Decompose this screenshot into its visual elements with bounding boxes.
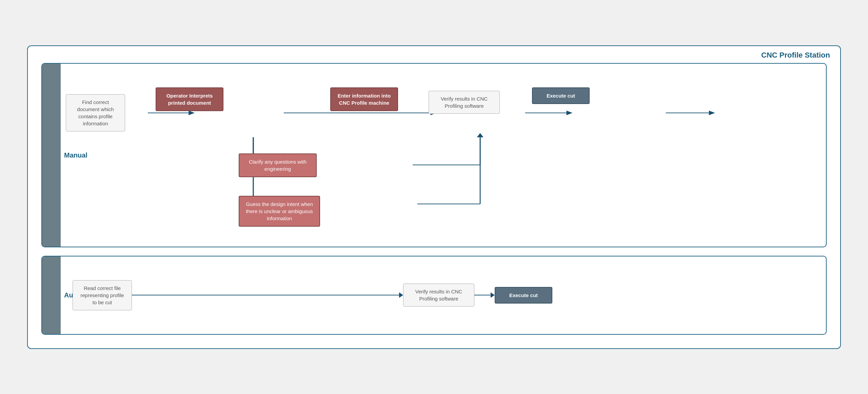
execute-auto-box: Execute cut [495, 287, 552, 304]
automatic-section: Automatic Read correct file representing… [41, 256, 827, 335]
main-container: CNC Profile Station Manual [27, 45, 841, 349]
manual-flow: Find correct document which contains pro… [66, 74, 816, 236]
enter-info-box: Enter information into CNC Profile machi… [330, 87, 398, 111]
svg-marker-7 [709, 110, 715, 115]
guess-box: Guess the design intent when there is un… [239, 196, 320, 227]
verify-auto-box: Verify results in CNC Profiling software [403, 284, 474, 307]
read-file-box: Read correct file representing profile t… [73, 280, 132, 310]
svg-marker-17 [477, 133, 483, 137]
manual-bar [42, 64, 61, 247]
find-doc-box: Find correct document which contains pro… [66, 94, 125, 131]
automatic-bar [42, 256, 61, 334]
svg-marker-5 [567, 110, 573, 115]
operator-box: Operator Interprets printed document [156, 87, 223, 111]
manual-section: Manual [41, 63, 827, 247]
page-title: CNC Profile Station [761, 51, 830, 60]
svg-marker-1 [189, 110, 195, 115]
auto-arrow-2 [474, 292, 495, 298]
execute-manual-box: Execute cut [532, 87, 590, 104]
automatic-flow: Read correct file representing profile t… [66, 267, 816, 324]
auto-arrow-1 [132, 292, 403, 298]
clarify-box: Clarify any questions with engineering [239, 153, 317, 177]
verify-manual-box: Verify results in CNC Profiling software [429, 91, 500, 114]
